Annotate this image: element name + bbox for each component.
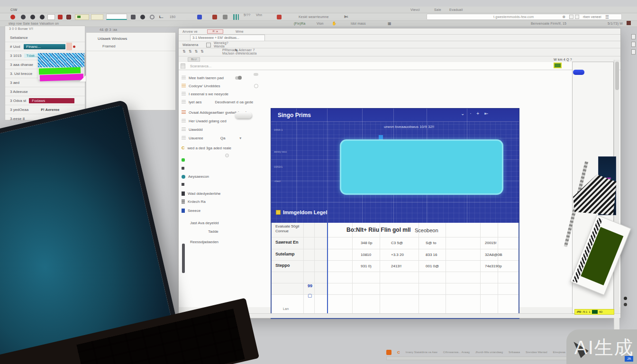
scissors-icon[interactable]: ✄ xyxy=(344,14,348,19)
cell[interactable]: 2413!! xyxy=(391,264,401,268)
ring-icon[interactable] xyxy=(150,15,155,19)
table-row-label[interactable]: Steppo xyxy=(275,263,290,268)
side-page-icon[interactable] xyxy=(631,49,636,55)
tool-watanena[interactable]: Watanena xyxy=(182,43,198,46)
swatch-white[interactable] xyxy=(47,14,55,20)
color-popup[interactable] xyxy=(38,53,84,80)
bottom-scroll-track[interactable] xyxy=(386,356,585,360)
list-item[interactable]: Krdech Ra xyxy=(182,200,206,204)
taskbar-item[interactable]: Eireqiwaa xyxy=(553,351,565,354)
cell[interactable]: 10810 xyxy=(361,253,371,257)
cell[interactable]: C3 5@ xyxy=(391,241,403,245)
pen-icon[interactable]: ✎ xyxy=(235,48,238,53)
list-item[interactable]: Tadde xyxy=(208,229,218,234)
list-item[interactable]: Aeysaeecon xyxy=(182,174,209,179)
stop-icon[interactable] xyxy=(58,15,63,19)
cell[interactable]: 20015! xyxy=(485,241,496,245)
window-icon[interactable] xyxy=(206,43,211,47)
preset-button[interactable] xyxy=(91,14,103,20)
error-icon[interactable] xyxy=(277,15,282,19)
list-item[interactable]: lyet aesDeodivarvet d oa gede xyxy=(182,100,253,104)
filter-icon[interactable] xyxy=(181,64,185,69)
list-item[interactable]: Wad ddedyederbhe xyxy=(182,191,221,196)
list-item[interactable]: Jast Ava deyeldd xyxy=(190,221,218,225)
mini-scrollbar[interactable] xyxy=(182,244,185,273)
tab-chip[interactable]: R :a xyxy=(207,29,223,34)
list-item[interactable]: I eeeenal s we neeycde xyxy=(182,92,228,96)
box-glyph[interactable]: ▢ xyxy=(308,293,312,298)
menu-item[interactable]: Evaduaii xyxy=(449,8,463,11)
table-row-label[interactable]: Sutelamp xyxy=(275,252,295,256)
blue-pill-button[interactable] xyxy=(573,70,584,75)
drawing-canvas[interactable]: Singo Prims ⌄ · + ⇤ 0464-1 awwy-wcc 0353… xyxy=(271,108,519,224)
panel2-icons-row[interactable]: 4& @ 3 :aa xyxy=(100,28,117,31)
cell[interactable]: 833 16 xyxy=(426,253,437,257)
highlight-region[interactable] xyxy=(340,139,503,195)
fix-label[interactable]: (Fix)Ra xyxy=(294,22,305,25)
cell[interactable]: 32A8@0B xyxy=(485,253,502,257)
list-item[interactable]: Uawddd xyxy=(182,127,202,132)
cell[interactable]: 74e3190p xyxy=(485,264,502,268)
scrollbar-thumb[interactable] xyxy=(615,62,619,90)
orange-c-icon[interactable]: C xyxy=(397,350,400,355)
checkbox[interactable] xyxy=(575,15,579,19)
taskbar-item[interactable]: Jhordi-iWa uniandaag xyxy=(475,351,503,354)
cell[interactable]: +3.3 20 xyxy=(391,253,404,257)
orange-app-icon[interactable] xyxy=(386,350,391,355)
menu-item[interactable]: Vievci xyxy=(410,8,420,11)
table-row-label[interactable]: Sawreat En xyxy=(275,240,299,245)
tool-icon[interactable] xyxy=(140,15,145,19)
list-item[interactable] xyxy=(182,158,185,162)
quick-search-input[interactable] xyxy=(106,14,127,20)
list-item[interactable]: Codcyw' Urvdddes xyxy=(182,84,258,88)
checkbox[interactable] xyxy=(569,15,573,19)
sidebar-item[interactable]: 3 Adeeuse xyxy=(5,87,85,96)
hand-icon[interactable]: ✋ xyxy=(332,21,337,26)
tool-icon[interactable] xyxy=(40,15,45,19)
idol-label[interactable]: Idol mass xyxy=(351,22,366,25)
tool-icon[interactable] xyxy=(30,15,35,19)
caret-icon[interactable]: ▾ xyxy=(239,136,241,140)
table-glyph[interactable]: 99 xyxy=(308,283,312,288)
menu-item[interactable]: Sale xyxy=(434,8,441,11)
list-item[interactable]: Seeece xyxy=(182,209,200,213)
panel2-item[interactable]: Framed xyxy=(102,44,116,48)
red-highlight[interactable]: Fodaws xyxy=(29,98,74,103)
record-icon[interactable] xyxy=(10,15,15,19)
link-icon[interactable] xyxy=(197,15,202,19)
tool-icon[interactable] xyxy=(223,15,228,19)
printer-icon[interactable] xyxy=(66,15,71,19)
taskbar-item[interactable]: Imany Stataldinia va Aaw xyxy=(406,351,437,354)
alert-icon[interactable] xyxy=(212,15,217,19)
list-item[interactable] xyxy=(182,183,184,186)
taskbar-item[interactable]: Cifimwanwa... Anaag xyxy=(443,351,470,354)
search-input[interactable]: Scaranavca... xyxy=(190,64,211,68)
cell[interactable]: 001 0@ xyxy=(426,264,439,268)
cell[interactable]: 348 0p xyxy=(361,241,372,245)
grid-view-icon[interactable]: ▦ xyxy=(388,21,391,26)
vion-label[interactable]: Vion xyxy=(317,22,324,25)
sidebar-item-uod[interactable]: # Uod Financ... xyxy=(5,42,85,51)
cell[interactable]: 931 0) xyxy=(361,264,372,268)
tool-prtenade[interactable]: PRtenade Adenaer 7MaJasn dWeteldcasta xyxy=(222,48,257,55)
data-table[interactable]: Evaluate 50gil Connue Bo:Nlt+ Riiu Flin … xyxy=(271,223,519,319)
list-item[interactable]: Cwed a ded 3ga aded reale xyxy=(182,146,231,150)
pill-button[interactable] xyxy=(235,112,252,118)
selection-handle[interactable] xyxy=(379,135,383,139)
side-page-icon[interactable] xyxy=(631,34,636,39)
cell[interactable]: S@ to xyxy=(426,241,436,245)
tool-werela[interactable]: Wenekg?Wanda xyxy=(214,41,228,48)
side-page-icon[interactable] xyxy=(631,42,636,47)
mini-tab[interactable]: BLU xyxy=(188,57,200,62)
list-item[interactable]: Her Uwadd gdang ced xyxy=(182,119,227,123)
taskbar-item[interactable]: Sribaaaa xyxy=(509,351,520,354)
phone-icon[interactable]: L.. xyxy=(159,15,164,18)
sort-icons[interactable]: ⇅⇅⇅⇅ xyxy=(182,49,207,54)
window-tabrow-left[interactable]: Anvew ve xyxy=(182,30,198,33)
list-item[interactable]: Mee bath taeren pad xyxy=(182,76,242,80)
circle-icon[interactable] xyxy=(254,84,258,88)
sidebar-item-odva[interactable]: 3 Odva st Fodaws xyxy=(5,96,85,105)
grid-icon[interactable] xyxy=(233,14,239,20)
tool-icon[interactable] xyxy=(21,15,26,19)
flag-button[interactable] xyxy=(75,14,89,20)
